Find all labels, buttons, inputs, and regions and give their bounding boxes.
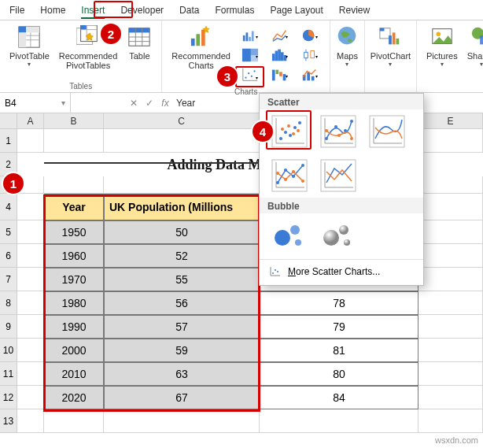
table-label: Table [129,51,149,61]
more-scatter-charts-link[interactable]: More Scatter Charts... [260,261,423,282]
svg-point-118 [275,269,276,271]
separator [260,259,423,260]
cell[interactable]: 50 [104,220,260,244]
cell[interactable]: 1970 [44,268,104,291]
svg-rect-62 [380,28,385,31]
row-11: 1120106380 [0,362,483,386]
fx-icon[interactable]: fx [157,98,173,109]
chevron-down-icon: ▾ [389,61,392,68]
cell[interactable]: 1960 [44,244,104,268]
combo-chart-button[interactable]: ▾ [297,65,323,84]
tab-file[interactable]: File [2,2,32,18]
cell[interactable]: 67 [104,386,260,409]
header-uk[interactable]: UK Population (Millions [104,194,260,220]
cell[interactable]: 1950 [44,220,104,244]
row-header[interactable]: 11 [0,362,17,386]
svg-rect-40 [278,50,281,61]
svg-rect-9 [81,25,87,30]
cell[interactable]: 81 [260,339,418,362]
column-chart-button[interactable]: ▾ [237,26,264,45]
tab-page-layout[interactable]: Page Layout [262,2,330,18]
col-header-b[interactable]: B [44,113,104,128]
cell[interactable]: 79 [260,315,418,339]
scatter-smooth-markers-option[interactable] [316,113,360,150]
row-header[interactable]: 9 [0,315,17,339]
scatter-straight-markers-option[interactable] [267,157,312,194]
line-chart-button[interactable]: ▾ [267,26,293,45]
col-header-c[interactable]: C [104,113,260,128]
cell[interactable]: 2000 [44,339,104,362]
svg-point-85 [325,137,328,140]
row-header[interactable]: 8 [0,291,17,315]
tab-review[interactable]: Review [331,2,378,18]
treemap-button[interactable]: ▾ [237,46,264,65]
cell[interactable]: 63 [104,362,260,386]
dropdown-section-bubble: Bubble [260,198,423,213]
svg-text:▾: ▾ [315,54,318,59]
row-header[interactable]: 7 [0,268,17,291]
cell[interactable]: 56 [104,291,260,315]
select-all-corner[interactable] [0,113,17,128]
cell[interactable]: 1980 [44,291,104,315]
row-header[interactable]: 1 [0,129,17,153]
group-pivotchart: PivotChart ▾ [365,20,417,92]
svg-point-86 [334,125,337,128]
row-header[interactable]: 5 [0,220,17,244]
svg-point-105 [301,180,304,183]
maps-button[interactable]: Maps ▾ [330,23,364,68]
recommended-charts-button[interactable]: Recommended Charts [167,23,235,70]
svg-rect-24 [252,31,254,42]
cancel-formula-icon[interactable]: ✕ [126,98,142,109]
svg-text:▾: ▾ [286,73,288,79]
svg-point-102 [276,172,279,175]
tab-formulas[interactable]: Formulas [207,2,262,18]
pivottable-label: PivotTable [9,51,50,61]
cell[interactable]: 80 [260,362,418,386]
cell[interactable]: 57 [104,315,260,339]
boxwhisker-button[interactable]: ▾ [297,46,323,65]
scatter-smooth-lines-option[interactable] [365,113,409,150]
row-header[interactable]: 12 [0,386,17,409]
shapes-button[interactable]: Shapes ▾ [463,23,483,68]
cell[interactable]: 78 [260,291,418,315]
watermark: wsxdn.com [435,435,478,445]
svg-rect-45 [275,70,278,75]
row-10: 1020005981 [0,339,483,362]
svg-text:▾: ▾ [256,54,258,59]
enter-formula-icon[interactable]: ✓ [142,98,157,109]
svg-rect-46 [279,72,282,76]
table-button[interactable]: Table [122,23,157,70]
cell[interactable]: 2020 [44,386,104,409]
tab-home[interactable]: Home [32,2,73,18]
col-header-e[interactable]: E [418,113,483,128]
svg-rect-65 [396,39,400,45]
cell[interactable]: 2010 [44,362,104,386]
row-header[interactable]: 10 [0,339,17,362]
histogram-button[interactable]: ▾ [267,46,293,65]
cell[interactable]: 55 [104,268,260,291]
header-year[interactable]: Year [44,194,104,220]
pivotchart-button[interactable]: PivotChart ▾ [366,23,415,68]
waterfall-button[interactable]: ▾ [267,65,293,84]
table-icon [127,24,152,50]
maps-label: Maps [337,51,358,61]
pie-chart-button[interactable]: ▾ [297,26,323,45]
bubble-option[interactable] [267,217,312,254]
cell[interactable]: 52 [104,244,260,268]
svg-rect-54 [311,51,315,58]
bubble-3d-option[interactable] [316,217,360,254]
cell[interactable]: 59 [104,339,260,362]
name-box[interactable]: B4 ▾ [0,93,71,113]
pivottable-button[interactable]: PivotTable ▾ [5,23,54,70]
row-header[interactable]: 6 [0,244,17,268]
row-header[interactable]: 4 [0,194,17,220]
annotation-badge-4: 4 [253,121,273,142]
col-header-a[interactable]: A [17,113,44,128]
pictures-button[interactable]: Pictures ▾ [422,23,463,68]
tab-data[interactable]: Data [171,2,207,18]
svg-point-89 [325,129,328,132]
cell[interactable]: 1990 [44,315,104,339]
row-header[interactable]: 13 [0,409,17,433]
scatter-straight-lines-option[interactable] [316,157,360,194]
cell[interactable]: 84 [260,386,418,409]
